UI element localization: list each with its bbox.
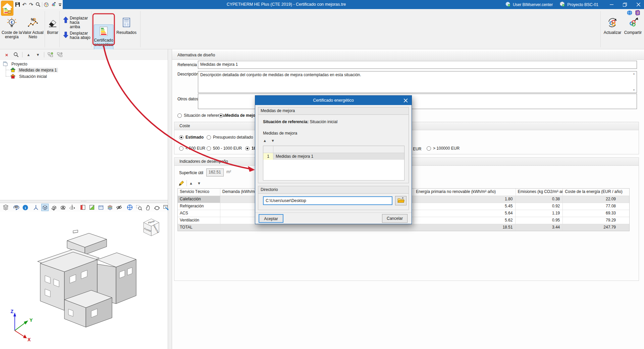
radio-medida-mejora[interactable]: Medida de mejora: [219, 113, 259, 118]
expand-tree-icon[interactable]: [47, 51, 54, 58]
info-icon[interactable]: i: [22, 204, 29, 211]
radio-gt-100000[interactable]: > 100000 EUR: [427, 146, 460, 151]
search-tree-icon[interactable]: [13, 51, 19, 58]
layers-icon[interactable]: [2, 204, 9, 211]
desplazar-abajo-button[interactable]: Desplazar hacia abajo: [63, 31, 91, 41]
zoom-window-icon[interactable]: [135, 204, 143, 211]
horizontal-splitter[interactable]: ····: [0, 200, 168, 203]
export-view-icon[interactable]: [162, 204, 170, 211]
app-logo-icon[interactable]: HE: [1, 1, 13, 16]
minimize-button[interactable]: [606, 0, 617, 9]
radio-estimado[interactable]: Estimado: [179, 135, 204, 140]
valor-actual-neto-button[interactable]: % Valor Actual Neto: [21, 17, 45, 39]
section-box-icon[interactable]: [97, 204, 105, 211]
certificado-energetico-button[interactable]: Certificado energético: [94, 24, 113, 52]
collapse-tree-icon[interactable]: [56, 51, 63, 58]
axes-icon[interactable]: [32, 204, 40, 211]
scroll-down-icon[interactable]: ▼: [633, 89, 635, 92]
view-3d-icon[interactable]: 3D: [13, 204, 20, 211]
save-icon[interactable]: [15, 1, 20, 8]
radio-lt-500[interactable]: < 500 EUR: [179, 146, 205, 151]
resultados-button[interactable]: Resultados: [116, 17, 137, 35]
vertical-splitter[interactable]: [168, 49, 172, 349]
view-cube[interactable]: Planta Frontal Derecha: [141, 216, 162, 238]
qat-dropdown-icon[interactable]: [57, 1, 63, 8]
medidas-mejora-group: Medidas de mejora Situación de referenci…: [258, 107, 409, 183]
compartir-button[interactable]: Compartir: [623, 17, 643, 35]
manual-book-icon[interactable]: ?: [635, 10, 641, 17]
svg-text:3D: 3D: [14, 205, 18, 209]
radio-500-1000[interactable]: 500 - 1000 EUR: [207, 146, 242, 151]
delete-icon[interactable]: ×: [3, 51, 10, 58]
dialog-close-icon[interactable]: [403, 98, 408, 103]
directorio-input[interactable]: C:\Users\user\Desktop: [263, 196, 392, 205]
scroll-up-icon[interactable]: ▲: [633, 72, 635, 75]
dialog-footer-separator: [255, 212, 412, 213]
radio-presupuesto[interactable]: Presupuesto detallado: [207, 135, 253, 140]
list-up-icon[interactable]: ▲: [263, 139, 267, 143]
pan-hand-icon[interactable]: [144, 204, 152, 211]
cube-view-icon[interactable]: [41, 204, 49, 211]
dialog-title-bar[interactable]: Certificado energético: [255, 96, 412, 105]
actualizar-button[interactable]: Actualizar: [603, 17, 622, 35]
listbox-row-medida-1[interactable]: 1 Medidas de mejora 1: [263, 153, 404, 160]
move-up-icon[interactable]: ▲: [25, 51, 32, 58]
undo-icon[interactable]: ↶: [21, 1, 27, 8]
referencia-input[interactable]: Medidas de mejora 1: [198, 61, 637, 69]
hide-eye-icon[interactable]: [115, 204, 123, 211]
tree-item-medidas-mejora[interactable]: Medidas de mejora 1: [10, 67, 58, 73]
section-diagonal-icon[interactable]: [88, 204, 96, 211]
table-row-total[interactable]: TOTAL 18.51 3.44 247.79: [178, 224, 629, 231]
row-up-icon[interactable]: ▲: [189, 182, 193, 185]
tree-item-proyecto[interactable]: Proyecto: [3, 61, 29, 67]
coste-energia-label: Coste de la energía: [1, 31, 22, 39]
borrar-button[interactable]: Borrar: [46, 17, 59, 35]
cell-emisiones: 0.38: [515, 196, 562, 203]
radio-estimado-label: Estimado: [185, 135, 204, 140]
model-viewport[interactable]: Planta Frontal Derecha Z Y X: [0, 212, 168, 349]
rotate-cube-icon[interactable]: [50, 204, 58, 211]
net-present-value-icon: %: [27, 17, 39, 30]
section-plane-icon[interactable]: [79, 204, 87, 211]
rotate-arrows-icon[interactable]: [153, 204, 161, 211]
cell-emisiones: 0.92: [515, 203, 562, 210]
orbit-view-icon[interactable]: [59, 204, 67, 211]
tree-item-situacion-inicial-label: Situación inicial: [18, 74, 48, 79]
svg-text:HE: HE: [8, 11, 11, 13]
move-down-icon[interactable]: ▼: [35, 51, 41, 58]
bimserver-user-icon: [505, 1, 511, 8]
situacion-referencia-value: Situación inicial: [310, 119, 337, 124]
turntable-icon[interactable]: [68, 204, 76, 211]
cell-name: ACS: [178, 210, 220, 217]
restore-button[interactable]: [619, 0, 631, 9]
browse-folder-button[interactable]: [395, 196, 407, 205]
configuration-export-icon[interactable]: [50, 1, 56, 8]
radio-1000-range[interactable]: 10: [245, 146, 256, 151]
cancelar-button[interactable]: Cancelar: [382, 214, 408, 223]
energy-label-icon: [99, 26, 109, 37]
report-document-icon: [121, 17, 132, 30]
close-button[interactable]: [633, 0, 644, 9]
search-icon[interactable]: [35, 1, 41, 8]
bimserver-project-label[interactable]: Proyecto BSC-01: [567, 2, 598, 7]
radio-situacion-referencia[interactable]: Situación de referencia: [177, 113, 225, 118]
bimserver-user-label[interactable]: User BIMserver.center: [513, 2, 553, 7]
layers-colored-icon[interactable]: [106, 204, 114, 211]
configuration-icon[interactable]: [44, 1, 49, 8]
certificado-energetico-label: Certificado energético: [94, 38, 113, 47]
cell-coste: 69.33: [562, 210, 629, 217]
col-servicio-tecnico: Servicio Técnico: [178, 189, 220, 196]
col-emisiones: Emisiones (kg CO2/m²·año): [516, 189, 563, 196]
edit-pencil-icon[interactable]: [178, 180, 184, 187]
row-down-icon[interactable]: ▼: [197, 182, 201, 185]
zoom-extents-icon[interactable]: [126, 204, 133, 211]
desplazar-arriba-button[interactable]: Desplazar hacia arriba: [63, 16, 91, 29]
list-down-icon[interactable]: ▼: [271, 139, 275, 143]
redo-icon[interactable]: ↷: [29, 1, 34, 8]
globe-icon[interactable]: [627, 10, 633, 17]
tree-item-situacion-inicial[interactable]: Situación inicial: [10, 73, 48, 80]
cell-coste: 247.79: [562, 224, 629, 231]
descripcion-input[interactable]: Descripción detallada del conjunto de me…: [198, 71, 637, 93]
aceptar-button[interactable]: Aceptar: [259, 214, 283, 223]
coste-energia-button[interactable]: € Coste de la energía: [1, 17, 22, 39]
